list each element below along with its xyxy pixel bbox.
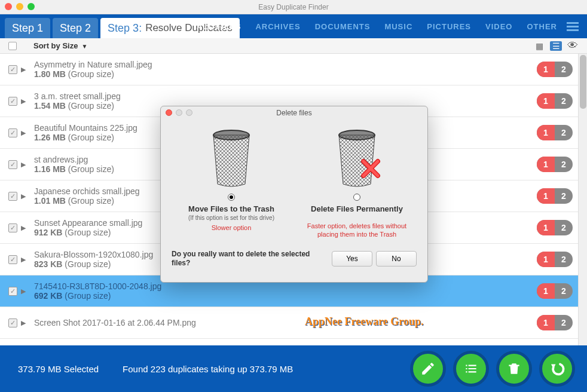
step-1-tab[interactable]: Step 1 xyxy=(5,18,50,38)
edit-action-button[interactable] xyxy=(410,351,446,387)
file-name: Beautiful Mountains 225.jpg xyxy=(34,123,137,133)
category-video[interactable]: VIDEO xyxy=(485,22,512,31)
duplicate-count-pills[interactable]: 12 xyxy=(537,188,573,204)
pill-inactive[interactable]: 2 xyxy=(555,252,573,267)
expand-arrow-icon[interactable]: ▶ xyxy=(21,97,26,105)
file-info: 7145410-R3L8T8D-1000-2048.jpg692 KB (Gro… xyxy=(34,281,161,301)
traffic-lights xyxy=(5,3,35,10)
yes-button[interactable]: Yes xyxy=(332,251,372,267)
category-music[interactable]: MUSIC xyxy=(384,22,412,31)
option-1-warning: Slower option xyxy=(172,223,291,232)
duplicate-count-pills[interactable]: 12 xyxy=(537,315,573,330)
row-checkbox[interactable]: ✓ xyxy=(8,223,17,232)
list-view-icon[interactable]: ☰ xyxy=(550,41,562,51)
dialog-minimize-icon xyxy=(176,109,182,116)
file-name: Sakura-Blossom-1920x1080.jpg xyxy=(34,250,153,259)
pill-active[interactable]: 1 xyxy=(537,315,555,330)
expand-arrow-icon[interactable]: ▶ xyxy=(21,66,26,74)
expand-arrow-icon[interactable]: ▶ xyxy=(21,287,26,295)
pill-active[interactable]: 1 xyxy=(537,62,555,77)
pill-active[interactable]: 1 xyxy=(537,252,555,267)
pill-inactive[interactable]: 2 xyxy=(555,283,573,299)
radio-unselected-icon[interactable] xyxy=(353,194,360,201)
file-info: Screen Shot 2017-01-16 at 2.06.44 PM.png xyxy=(34,318,196,327)
master-checkbox[interactable] xyxy=(8,42,17,50)
hamburger-menu-icon[interactable] xyxy=(567,20,579,33)
list-action-button[interactable] xyxy=(453,351,489,387)
expand-arrow-icon[interactable]: ▶ xyxy=(21,319,26,327)
file-size: 912 KB (Group size) xyxy=(34,228,142,237)
file-info: Sunset Appearance small.jpg912 KB (Group… xyxy=(34,218,142,237)
dialog-titlebar: Delete files xyxy=(161,106,427,120)
category-all-files[interactable]: ALL FILES xyxy=(197,22,241,31)
expand-arrow-icon[interactable]: ▶ xyxy=(21,224,26,232)
row-checkbox[interactable]: ✓ xyxy=(8,97,17,106)
expand-arrow-icon[interactable]: ▶ xyxy=(21,192,26,200)
pill-inactive[interactable]: 2 xyxy=(555,93,573,109)
row-checkbox[interactable]: ✓ xyxy=(8,128,17,137)
category-other[interactable]: OTHER xyxy=(527,22,558,31)
category-pictures[interactable]: PICTURES xyxy=(427,22,471,31)
duplicate-count-pills[interactable]: 12 xyxy=(537,220,573,235)
duplicate-count-pills[interactable]: 12 xyxy=(537,283,573,299)
pill-inactive[interactable]: 2 xyxy=(555,62,573,77)
pill-inactive[interactable]: 2 xyxy=(555,125,573,140)
sort-dropdown[interactable]: Sort by Size▼ xyxy=(33,41,87,50)
file-size: 1.26 MB (Group size) xyxy=(34,133,137,142)
minimize-window-icon[interactable] xyxy=(16,3,23,10)
file-name: 3 a.m. street small.jpeg xyxy=(34,91,121,101)
pill-active[interactable]: 1 xyxy=(537,157,555,172)
row-checkbox[interactable]: ✓ xyxy=(8,160,17,169)
no-button[interactable]: No xyxy=(376,251,417,267)
option-2-warning: Faster option, deletes files without pla… xyxy=(297,222,417,239)
pill-active[interactable]: 1 xyxy=(537,188,555,204)
row-checkbox[interactable]: ✓ xyxy=(8,192,17,201)
duplicate-count-pills[interactable]: 12 xyxy=(537,62,573,77)
undo-action-button[interactable] xyxy=(539,351,575,387)
category-documents[interactable]: DOCUMENTS xyxy=(315,22,371,31)
row-checkbox[interactable]: ✓ xyxy=(8,65,17,74)
radio-selected-icon[interactable] xyxy=(228,194,235,201)
category-archives[interactable]: ARCHIVES xyxy=(255,22,300,31)
duplicate-count-pills[interactable]: 12 xyxy=(537,93,573,109)
dialog-close-icon[interactable] xyxy=(166,109,172,116)
duplicate-count-pills[interactable]: 12 xyxy=(537,252,573,267)
expand-arrow-icon[interactable]: ▶ xyxy=(21,129,26,137)
maximize-window-icon[interactable] xyxy=(27,3,35,10)
file-row[interactable]: ✓▶Screen Shot 2017-01-16 at 2.06.44 PM.p… xyxy=(0,307,587,339)
trash-bin-icon xyxy=(204,124,258,190)
option-1-sublabel: (If this option is set for this drive) xyxy=(172,215,291,221)
top-toolbar: Step 1 Step 2 Step 3:Resolve Duplicates … xyxy=(0,14,587,38)
pill-inactive[interactable]: 2 xyxy=(555,315,573,330)
selected-size-label: 373.79 MB Selected xyxy=(18,364,99,374)
grid-view-icon[interactable]: ▦ xyxy=(533,41,545,51)
duplicate-count-pills[interactable]: 12 xyxy=(537,157,573,172)
vertical-scrollbar[interactable] xyxy=(578,54,587,345)
pill-active[interactable]: 1 xyxy=(537,93,555,109)
move-to-trash-option[interactable]: Move Files to the Trash (If this option … xyxy=(172,124,291,239)
delete-action-button[interactable] xyxy=(496,351,532,387)
delete-permanently-option[interactable]: Delete Files Permanently Faster option, … xyxy=(297,124,417,239)
row-checkbox[interactable]: ✓ xyxy=(8,287,17,296)
delete-files-dialog: Delete files Move Files to the Trash (If… xyxy=(160,106,428,283)
pill-inactive[interactable]: 2 xyxy=(555,220,573,235)
pill-active[interactable]: 1 xyxy=(537,220,555,235)
row-checkbox[interactable]: ✓ xyxy=(8,318,17,327)
pill-active[interactable]: 1 xyxy=(537,283,555,299)
pill-inactive[interactable]: 2 xyxy=(555,157,573,172)
step-2-tab[interactable]: Step 2 xyxy=(53,18,98,38)
window-titlebar: Easy Duplicate Finder xyxy=(0,0,587,14)
scrollbar-thumb[interactable] xyxy=(580,55,586,109)
file-size: 823 KB (Group size) xyxy=(34,259,153,269)
expand-arrow-icon[interactable]: ▶ xyxy=(21,256,26,264)
duplicate-count-pills[interactable]: 12 xyxy=(537,125,573,140)
pill-active[interactable]: 1 xyxy=(537,125,555,140)
chevron-down-icon: ▼ xyxy=(81,43,87,50)
expand-arrow-icon[interactable]: ▶ xyxy=(21,161,26,169)
row-checkbox[interactable]: ✓ xyxy=(8,255,17,264)
file-size: 1.80 MB (Group size) xyxy=(34,69,152,79)
file-row[interactable]: ✓▶Asymmetry in Nature small.jpeg1.80 MB … xyxy=(0,54,587,85)
pill-inactive[interactable]: 2 xyxy=(555,188,573,204)
close-window-icon[interactable] xyxy=(5,3,12,10)
preview-eye-icon[interactable]: 👁 xyxy=(567,41,579,51)
